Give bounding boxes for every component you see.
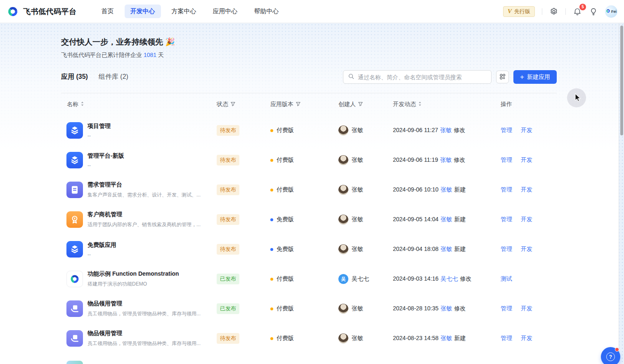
version-dot-icon xyxy=(270,129,273,132)
table-column-header[interactable]: 开发动态 xyxy=(393,101,501,108)
app-name[interactable]: 物品领用管理 xyxy=(87,300,201,307)
navbar-right: V 先行版 5 Fei xyxy=(503,5,617,18)
activity-user-link[interactable]: 张敏 xyxy=(440,127,452,134)
filter-icon[interactable] xyxy=(295,101,301,108)
nav-item-1[interactable]: 开发中心 xyxy=(125,5,161,18)
app-name-cell[interactable]: 管理平台-新版 -- xyxy=(61,152,217,168)
activity-user-link[interactable]: 张敏 xyxy=(441,246,452,253)
search-icon xyxy=(348,73,355,81)
table-row[interactable]: ¥ 客户商机管理 适用于团队内部的客户、销售线索及商机的管理，... 待发布 免… xyxy=(61,205,557,234)
edition-badge[interactable]: V 先行版 xyxy=(503,6,535,17)
app-name-cell[interactable]: 免费版应用 -- xyxy=(61,241,217,258)
row-action-link[interactable]: 管理 xyxy=(501,246,512,253)
app-name[interactable]: 管理平台-新版 xyxy=(87,152,124,160)
search-box[interactable] xyxy=(343,70,492,84)
activity-user-link[interactable]: 张敏 xyxy=(441,216,452,223)
table-row[interactable]: 项目管理 -- 待发布 付费版 张敏 2024-09-06 11:27 张敏 修… xyxy=(61,116,557,145)
row-action-link[interactable]: 测试 xyxy=(501,275,512,283)
row-action-link[interactable]: 管理 xyxy=(501,127,512,134)
app-name-cell[interactable]: 物品领用管理 员工领用物品，管理员管理物品种类、库存与领用... xyxy=(61,330,217,347)
apps-add-button[interactable] xyxy=(496,71,509,83)
row-action-link[interactable]: 管理 xyxy=(501,216,512,223)
dev-activity-cell: 2024-08-28 10:35 张敏 修改 xyxy=(393,305,501,312)
activity-user-link[interactable]: 张敏 xyxy=(441,335,452,342)
filter-icon[interactable] xyxy=(358,101,363,108)
creator-cell: 吴 吴七七 xyxy=(338,274,393,284)
activity-time: 2024-09-06 10:10 xyxy=(393,186,439,194)
activity-action: 修改 xyxy=(460,275,472,283)
table-column-header[interactable]: 应用版本 xyxy=(270,101,338,108)
activity-action: 新建 xyxy=(454,246,466,253)
nav-item-4[interactable]: 帮助中心 xyxy=(248,5,285,18)
row-action-link[interactable]: 开发 xyxy=(521,335,532,342)
row-action-link[interactable]: 开发 xyxy=(521,186,532,194)
row-action-link[interactable]: 开发 xyxy=(521,216,532,223)
version-dot-icon xyxy=(270,159,273,162)
table-row[interactable]: 物品领用管理 员工领用物品，管理员管理物品种类、库存与领用... 已发布 付费版… xyxy=(61,294,557,324)
nav-item-0[interactable]: 首页 xyxy=(96,5,120,18)
row-action-link[interactable]: 管理 xyxy=(501,305,512,312)
app-name-cell[interactable]: 项目管理 -- xyxy=(61,122,217,139)
help-floating-button[interactable]: ? xyxy=(601,347,620,364)
app-name[interactable]: 物品领用管理 xyxy=(87,330,201,337)
version-label: 付费版 xyxy=(277,275,294,283)
activity-user-link[interactable]: 张敏 xyxy=(441,186,452,194)
app-name[interactable]: 功能示例 Function Demonstration xyxy=(87,270,179,278)
app-name-cell[interactable]: 需求管理平台 集客户声音反馈、需求分析、设计、开发、测试、... xyxy=(61,181,217,199)
activity-user-link[interactable]: 张敏 xyxy=(441,305,452,312)
user-avatar[interactable]: Fei xyxy=(605,5,617,18)
search-input[interactable] xyxy=(358,74,487,80)
creator-avatar xyxy=(338,185,348,195)
nav-item-2[interactable]: 方案中心 xyxy=(166,5,202,18)
version-dot-icon xyxy=(270,337,273,340)
status-cell: 待发布 xyxy=(217,184,270,195)
tabs: 应用 (35) 组件库 (2) xyxy=(61,73,128,81)
table-row[interactable]: 需求管理平台 集客户声音反馈、需求分析、设计、开发、测试、... 待发布 付费版… xyxy=(61,175,557,205)
operations-cell: 管理开发 xyxy=(501,246,557,253)
row-action-link[interactable]: 开发 xyxy=(521,156,532,164)
app-name[interactable]: 免费版应用 xyxy=(87,241,116,249)
nav-item-3[interactable]: 应用中心 xyxy=(207,5,243,18)
table-column-header[interactable]: 创建人 xyxy=(338,101,393,108)
activity-action: 修改 xyxy=(454,305,466,312)
table-row[interactable]: 物品领用管理 员工领用物品，管理员管理物品种类、库存与领用... 待发布 付费版… xyxy=(61,324,557,353)
row-action-link[interactable]: 管理 xyxy=(501,156,512,164)
scrollbar-thumb[interactable] xyxy=(620,26,623,135)
app-description: 搭建用于演示的功能DEMO xyxy=(87,281,179,288)
banner-title: 交付快人一步，业务持续领先 🎉 xyxy=(61,37,557,47)
version-label: 免费版 xyxy=(277,246,294,253)
settings-gear-icon[interactable] xyxy=(549,7,558,16)
filter-icon[interactable] xyxy=(230,101,236,108)
app-name-cell[interactable]: 功能示例 Function Demonstration 搭建用于演示的功能DEM… xyxy=(61,270,217,288)
row-action-link[interactable]: 管理 xyxy=(501,186,512,194)
app-name-cell[interactable]: 物品领用管理 员工领用物品，管理员管理物品种类、库存与领用... xyxy=(61,300,217,317)
version-cell: 付费版 xyxy=(270,186,338,194)
creator-avatar xyxy=(338,125,348,135)
tab-applications[interactable]: 应用 (35) xyxy=(61,73,88,81)
brand[interactable]: 飞书低代码平台 xyxy=(7,5,77,18)
new-app-button[interactable]: + 新建应用 xyxy=(513,70,557,84)
sort-icon[interactable] xyxy=(80,101,84,108)
table-row[interactable]: 管理平台-新版 -- 待发布 付费版 张敏 2024-09-06 11:19 张… xyxy=(61,145,557,175)
row-action-link[interactable]: 开发 xyxy=(521,127,532,134)
activity-user-link[interactable]: 张敏 xyxy=(440,156,452,164)
app-name[interactable]: 需求管理平台 xyxy=(87,181,201,189)
row-action-link[interactable]: 管理 xyxy=(501,335,512,342)
app-name[interactable]: 客户商机管理 xyxy=(87,211,201,218)
app-name[interactable]: 项目管理 xyxy=(87,123,111,130)
notifications-bell-icon[interactable]: 5 xyxy=(573,7,582,16)
lightbulb-icon[interactable] xyxy=(589,7,598,16)
page-scrollbar[interactable] xyxy=(619,23,624,364)
table-row[interactable]: 功能示例 Function Demonstration 搭建用于演示的功能DEM… xyxy=(61,264,557,294)
activity-user-link[interactable]: 吴七七 xyxy=(441,275,458,283)
sort-icon[interactable] xyxy=(418,101,422,108)
row-action-link[interactable]: 开发 xyxy=(521,305,532,312)
creator-name: 张敏 xyxy=(352,305,363,312)
app-name-cell[interactable]: ¥ 客户商机管理 适用于团队内部的客户、销售线索及商机的管理，... xyxy=(61,211,217,228)
tab-component-library[interactable]: 组件库 (2) xyxy=(99,73,128,81)
table-column-header[interactable]: 操作 xyxy=(501,101,557,108)
table-column-header[interactable]: 名称 xyxy=(61,101,217,108)
row-action-link[interactable]: 开发 xyxy=(521,246,532,253)
table-row[interactable]: 免费版应用 -- 待发布 免费版 张敏 2024-09-04 18:08 张敏 … xyxy=(61,234,557,264)
table-column-header[interactable]: 状态 xyxy=(217,101,270,108)
